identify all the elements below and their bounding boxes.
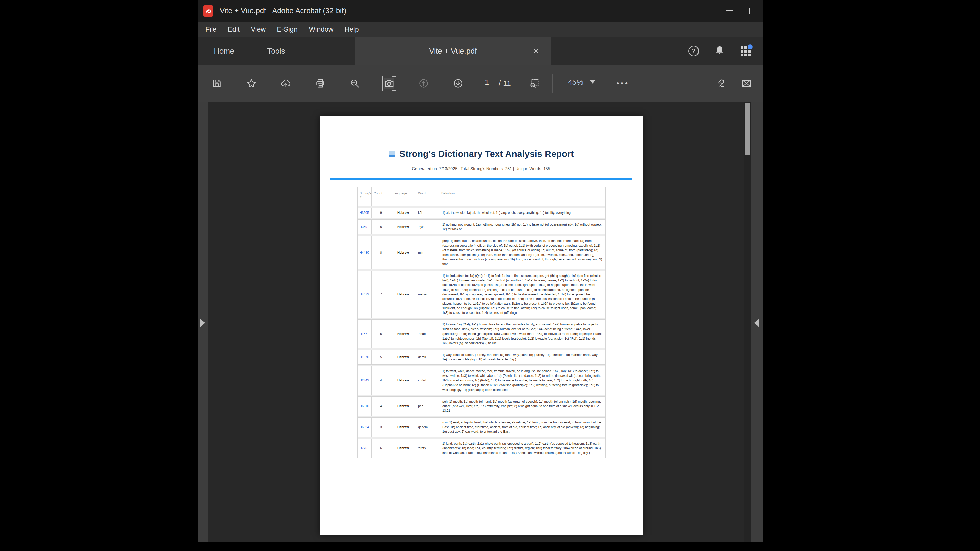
cloud-upload-icon [281, 78, 291, 89]
marquee-zoom-button[interactable] [529, 78, 539, 89]
table-row: H1575Hebrew'āhab1) to love; 1a) (Qal); 1… [358, 320, 606, 348]
strongs-number-link[interactable]: H6924 [360, 425, 369, 429]
marquee-zoom-icon [529, 78, 539, 89]
menu-file[interactable]: File [200, 22, 222, 37]
word-cell: kôl [416, 208, 439, 218]
definition-cell: 1) all, the whole; 1a) all, the whole of… [439, 208, 606, 218]
table-row: H18705Hebrewderek1) way, road, distance,… [358, 350, 606, 364]
arrow-up-circle-icon [418, 78, 429, 89]
app-grid-icon [741, 46, 751, 56]
tab-document[interactable]: Vite + Vue.pdf ✕ [355, 37, 551, 65]
count-cell: 9 [372, 208, 390, 218]
row-spacer [358, 437, 606, 438]
chevron-down-icon [590, 80, 595, 84]
count-cell: 6 [372, 438, 390, 457]
search-button[interactable] [350, 78, 360, 89]
row-spacer [358, 365, 606, 366]
expand-right-pane-button[interactable] [754, 319, 759, 327]
strongs-number-link[interactable]: H2342 [360, 379, 369, 382]
definition-cell: 1) land, earth; 1a) earth; 1a1) whole ea… [439, 438, 606, 457]
row-spacer [358, 348, 606, 350]
maximize-button[interactable] [741, 0, 763, 22]
strongs-number-link[interactable]: H4480 [360, 251, 369, 254]
save-button[interactable] [212, 78, 222, 89]
word-cell: min [416, 236, 439, 269]
blue-book-icon [388, 150, 396, 157]
help-button[interactable]: ? [688, 45, 700, 57]
word-cell: derek [416, 350, 439, 364]
strongs-number-link[interactable]: H369 [360, 225, 367, 229]
more-tools-button[interactable]: ••• [617, 79, 629, 88]
help-icon: ? [688, 46, 699, 56]
language-cell: Hebrew [390, 208, 416, 218]
favorites-button[interactable] [246, 78, 256, 89]
language-cell: Hebrew [390, 350, 416, 364]
cloud-upload-button[interactable] [281, 78, 291, 89]
previous-page-button[interactable] [418, 78, 429, 89]
menu-window[interactable]: Window [303, 22, 339, 37]
share-link-button[interactable] [715, 78, 725, 89]
tab-close-icon[interactable]: ✕ [533, 47, 539, 56]
word-cell: 'erets [416, 438, 439, 457]
app-grid-button[interactable] [740, 45, 752, 57]
document-view: Strong's Dictionary Text Analysis Report… [198, 102, 763, 542]
row-spacer [358, 416, 606, 418]
count-cell: 5 [372, 350, 390, 364]
header-row: Strong's #CountLanguageWordDefinition [358, 187, 606, 206]
strongs-number-link[interactable]: H4672 [360, 292, 369, 296]
strongs-number-link[interactable]: H776 [360, 446, 367, 450]
print-button[interactable] [315, 78, 325, 89]
menu-view[interactable]: View [245, 22, 271, 37]
left-pane-strip [198, 102, 208, 542]
strongs-number-link[interactable]: H6310 [360, 404, 369, 408]
report-title: Strong's Dictionary Text Analysis Report [399, 149, 574, 159]
page-number-input[interactable]: 1 [480, 78, 494, 89]
menu-edit[interactable]: Edit [222, 22, 245, 37]
camera-icon [384, 78, 394, 89]
table-body: H36059Hebrewkôl1) all, the whole; 1a) al… [358, 206, 606, 458]
tab-tools[interactable]: Tools [267, 37, 285, 65]
definition-cell: 1) way, road, distance, journey, manner;… [439, 350, 606, 364]
column-header: Count [372, 187, 390, 206]
scrollbar-thumb[interactable] [745, 103, 749, 155]
quick-toolbar: 1 / 11 45% ••• [198, 65, 763, 102]
zoom-control[interactable]: 45% [563, 78, 600, 89]
page-count-label: / 11 [499, 79, 511, 88]
table-header-row: Strong's #CountLanguageWordDefinition [358, 187, 606, 206]
definition-cell: 1) nothing, not, nought; 1a) nothing, no… [439, 220, 606, 234]
next-page-button[interactable] [453, 78, 463, 89]
tab-home[interactable]: Home [214, 37, 234, 65]
maximize-icon [749, 8, 756, 14]
expand-left-pane-button[interactable] [200, 319, 205, 327]
minimize-button[interactable] [718, 0, 741, 22]
word-cell: 'āhab [416, 320, 439, 348]
acrobat-app-icon [204, 5, 213, 17]
snapshot-tool-button[interactable] [384, 78, 394, 89]
report-subtitle: Generated on: 7/13/2025 | Total Strong's… [320, 167, 643, 171]
count-cell: 4 [372, 396, 390, 416]
definition-cell: n m; 1) east, antiquity, front, that whi… [439, 418, 606, 437]
table-row: H7766Hebrew'erets1) land, earth; 1a) ear… [358, 438, 606, 457]
language-cell: Hebrew [390, 366, 416, 395]
strongs-number-cell: H2342 [358, 366, 372, 395]
share-link-icon [715, 78, 725, 89]
save-icon [212, 78, 222, 89]
strongs-number-link[interactable]: H3605 [360, 211, 369, 214]
menu-esign[interactable]: E-Sign [271, 22, 303, 37]
count-cell: 5 [372, 320, 390, 348]
column-header: Language [390, 187, 416, 206]
table-row: H3696Hebrew'ayin1) nothing, not, nought;… [358, 220, 606, 234]
strongs-number-link[interactable]: H1870 [360, 355, 369, 359]
vertical-scrollbar[interactable] [744, 102, 751, 542]
count-cell: 8 [372, 236, 390, 269]
column-header: Definition [439, 187, 606, 206]
definition-cell: 1) to love; 1a) (Qal); 1a1) human love f… [439, 320, 606, 348]
strongs-number-cell: H6924 [358, 418, 372, 437]
notifications-button[interactable] [714, 45, 725, 57]
strongs-number-link[interactable]: H157 [360, 332, 367, 336]
strongs-table: Strong's #CountLanguageWordDefinition H3… [357, 187, 606, 458]
toolbar-divider [552, 74, 553, 93]
menu-help[interactable]: Help [339, 22, 364, 37]
language-cell: Hebrew [390, 220, 416, 234]
email-button[interactable] [741, 78, 752, 89]
